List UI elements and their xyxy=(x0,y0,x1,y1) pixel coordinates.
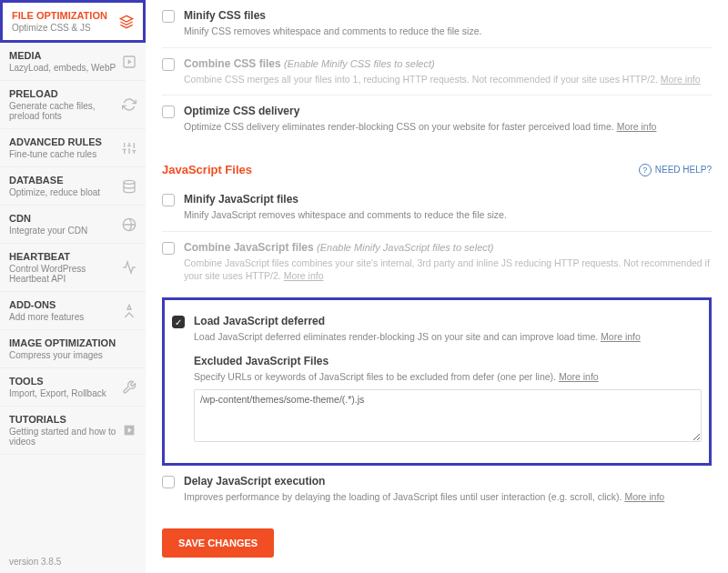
more-info-link[interactable]: More info xyxy=(284,270,324,281)
minify-css-checkbox[interactable] xyxy=(162,10,175,23)
layers-icon xyxy=(119,15,134,29)
sidebar-item-advanced[interactable]: ADVANCED RULES Fine-tune cache rules xyxy=(0,129,146,167)
js-section-header: JavaScript Files ? NEED HELP? xyxy=(162,163,712,176)
sidebar: FILE OPTIMIZATION Optimize CSS & JS MEDI… xyxy=(0,0,146,573)
option-combine-css: Combine CSS files (Enable Minify CSS fil… xyxy=(162,48,712,96)
more-info-link[interactable]: More info xyxy=(617,121,657,132)
combine-css-checkbox[interactable] xyxy=(162,58,175,71)
more-info-link[interactable]: More info xyxy=(624,491,664,502)
more-info-link[interactable]: More info xyxy=(601,331,641,342)
sidebar-item-file-optimization[interactable]: FILE OPTIMIZATION Optimize CSS & JS xyxy=(0,0,146,43)
option-optimize-css-delivery: Optimize CSS delivery Optimize CSS deliv… xyxy=(162,96,712,143)
sidebar-item-cdn[interactable]: CDN Integrate your CDN xyxy=(0,206,146,244)
sidebar-item-heartbeat[interactable]: HEARTBEAT Control WordPress Heartbeat AP… xyxy=(0,244,146,292)
sidebar-item-tutorials[interactable]: TUTORIALS Getting started and how to vid… xyxy=(0,407,146,455)
excluded-js-textarea[interactable] xyxy=(194,389,702,442)
defer-js-checkbox[interactable] xyxy=(172,316,185,328)
refresh-icon xyxy=(122,97,136,112)
option-minify-css: Minify CSS files Minify CSS removes whit… xyxy=(162,0,712,48)
option-combine-js: Combine JavaScript files (Enable Minify … xyxy=(162,232,712,292)
main-content: Minify CSS files Minify CSS removes whit… xyxy=(146,0,728,573)
sidebar-item-image-opt[interactable]: IMAGE OPTIMIZATION Compress your images xyxy=(0,330,146,368)
heartbeat-icon xyxy=(122,260,136,275)
sidebar-item-title: FILE OPTIMIZATION xyxy=(12,10,119,21)
sidebar-item-tools[interactable]: TOOLS Import, Export, Rollback xyxy=(0,368,146,407)
option-defer-js: Load JavaScript deferred Load JavaScript… xyxy=(165,306,709,453)
svg-point-1 xyxy=(124,180,135,184)
save-changes-button[interactable]: SAVE CHANGES xyxy=(162,528,274,558)
need-help-link[interactable]: ? NEED HELP? xyxy=(639,164,712,176)
delay-js-checkbox[interactable] xyxy=(162,476,175,488)
rocket-icon xyxy=(122,304,136,318)
optimize-css-checkbox[interactable] xyxy=(162,106,175,118)
option-delay-js: Delay JavaScript execution Improves perf… xyxy=(162,466,712,513)
version-label: version 3.8.5 xyxy=(0,549,146,573)
more-info-link[interactable]: More info xyxy=(661,74,701,85)
option-minify-js: Minify JavaScript files Minify JavaScrip… xyxy=(162,184,712,232)
database-icon xyxy=(122,179,136,194)
defer-highlight-box: Load JavaScript deferred Load JavaScript… xyxy=(162,297,712,465)
sliders-icon xyxy=(122,141,136,156)
globe-icon xyxy=(122,217,136,232)
play-square-icon xyxy=(122,423,136,437)
sidebar-item-preload[interactable]: PRELOAD Generate cache files, preload fo… xyxy=(0,81,146,129)
help-icon: ? xyxy=(639,164,652,176)
more-info-link[interactable]: More info xyxy=(559,371,599,382)
combine-js-checkbox[interactable] xyxy=(162,242,175,255)
sidebar-item-addons[interactable]: ADD-ONS Add more features xyxy=(0,292,146,330)
sidebar-item-subtitle: Optimize CSS & JS xyxy=(12,23,119,33)
play-icon xyxy=(122,55,136,69)
minify-js-checkbox[interactable] xyxy=(162,194,175,206)
sidebar-item-database[interactable]: DATABASE Optimize, reduce bloat xyxy=(0,167,146,206)
tools-icon xyxy=(122,380,136,395)
sidebar-item-media[interactable]: MEDIA LazyLoad, embeds, WebP xyxy=(0,43,146,81)
